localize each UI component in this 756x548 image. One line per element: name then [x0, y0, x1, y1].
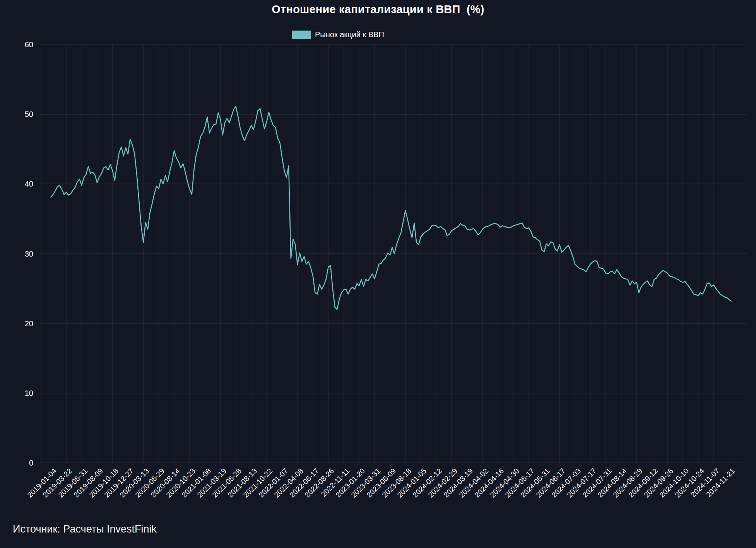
y-tick-label: 50	[0, 110, 33, 119]
legend-series-label: Рынок акций к ВВП	[315, 30, 384, 39]
y-tick-label: 60	[0, 40, 33, 49]
plot-area	[40, 45, 747, 463]
chart-figure: Отношение капитализации к ВВП (%) Рынок …	[0, 0, 756, 548]
line-chart-canvas	[40, 45, 747, 463]
y-tick-label: 10	[0, 389, 33, 398]
y-tick-label: 30	[0, 249, 33, 259]
series-line	[51, 106, 732, 309]
y-tick-label: 20	[0, 319, 33, 328]
y-tick-label: 40	[0, 179, 33, 188]
legend: Рынок акций к ВВП	[292, 30, 384, 39]
chart-title: Отношение капитализации к ВВП (%)	[0, 3, 756, 16]
y-tick-label: 0	[0, 458, 33, 468]
legend-swatch	[292, 31, 311, 39]
source-caption: Источник: Расчеты InvestFinik	[13, 523, 157, 535]
